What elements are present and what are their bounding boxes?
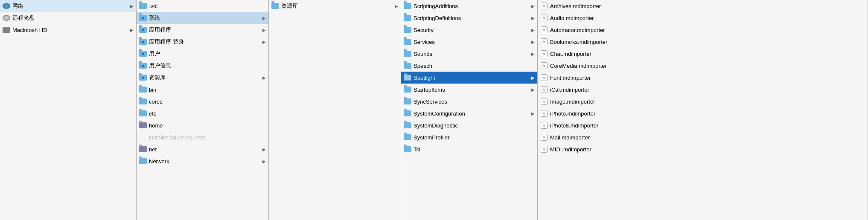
list-item-coremedia[interactable]: M CoreMedia.mdimporter xyxy=(538,60,868,72)
list-item-image[interactable]: M Image.mdimporter xyxy=(538,96,868,107)
image-label: Image.mdimporter xyxy=(550,98,865,105)
list-item-installer-fail: installer.failurerequests xyxy=(137,131,268,143)
folder-resources-lib-icon xyxy=(271,2,279,10)
list-item-chat[interactable]: M Chat.mdimporter xyxy=(538,48,868,60)
list-item-startup-items[interactable]: StartupItems ▶ xyxy=(401,84,537,96)
column-4-inner[interactable]: ScriptingAdditions ▶ ScriptingDefinition… xyxy=(401,0,537,220)
folder-system-profiler-icon xyxy=(404,133,411,141)
folder-speech-icon xyxy=(404,62,411,69)
sidebar-item-network[interactable]: 网络 ▶ xyxy=(0,0,136,12)
sidebar-item-macintosh-hd[interactable]: Macintosh HD ▶ xyxy=(0,24,136,36)
network-arrow: ▶ xyxy=(128,4,134,9)
list-item-mail[interactable]: M Mail.mdimporter xyxy=(538,131,868,143)
list-item-apps-alias[interactable]: 应用程序 替身 ▶ xyxy=(137,36,268,48)
list-item-scripting-additions[interactable]: ScriptingAdditions ▶ xyxy=(401,0,537,12)
network-icon xyxy=(3,2,10,10)
tcl-label: Tcl xyxy=(414,146,535,153)
sidebar-item-remote-disk[interactable]: 远程光盘 xyxy=(0,12,136,24)
bin-label: bin xyxy=(149,87,266,93)
vol-label: .vol xyxy=(149,3,266,9)
font-label: Font.mdimporter xyxy=(550,75,865,81)
services-label: Services xyxy=(414,39,530,45)
list-item-users[interactable]: 用户 xyxy=(137,48,268,60)
startup-items-label: StartupItems xyxy=(414,87,530,93)
list-item-security[interactable]: Security ▶ xyxy=(401,24,537,36)
column-2-inner[interactable]: .vol 系统 ▶ 应用程序 ▶ 应用程序 替身 xyxy=(137,0,268,220)
list-item-system-profiler[interactable]: SystemProfiler xyxy=(401,131,537,143)
apps-alias-arrow: ▶ xyxy=(261,40,266,44)
list-item-userinfo[interactable]: 用户信息 xyxy=(137,60,268,72)
folder-users-icon xyxy=(139,50,147,58)
apps-alias-label: 应用程序 替身 xyxy=(149,38,261,46)
list-item-apps[interactable]: 应用程序 ▶ xyxy=(137,24,268,36)
folder-spotlight-icon xyxy=(404,74,411,81)
column-2: .vol 系统 ▶ 应用程序 ▶ 应用程序 替身 xyxy=(137,0,269,220)
list-item-spotlight[interactable]: Spotlight ▶ xyxy=(401,72,537,84)
folder-scripting-additions-icon xyxy=(404,2,411,10)
sidebar-item-network-label: 网络 xyxy=(12,2,128,10)
list-item-services[interactable]: Services ▶ xyxy=(401,36,537,48)
macintosh-hd-arrow: ▶ xyxy=(128,28,134,32)
list-item-home[interactable]: home xyxy=(137,119,268,131)
etc-label: etc xyxy=(149,110,266,117)
list-item-resources[interactable]: 资源库 ▶ xyxy=(137,72,268,84)
list-item-bookmarks[interactable]: M Bookmarks.mdimporter xyxy=(538,36,868,48)
mail-label: Mail.mdimporter xyxy=(550,134,865,141)
network2-arrow: ▶ xyxy=(261,159,266,164)
column-3: 资源库 ▶ xyxy=(269,0,401,220)
list-item-cores[interactable]: cores xyxy=(137,96,268,107)
apps-label: 应用程序 xyxy=(149,26,261,34)
list-item-iphoto[interactable]: M iPhoto.mdimporter xyxy=(538,107,868,119)
automator-label: Automator.mdimporter xyxy=(550,27,865,33)
folder-system-icon xyxy=(139,14,147,22)
list-item-vol[interactable]: .vol xyxy=(137,0,268,12)
midi-label: MIDI.mdimporter xyxy=(550,146,865,153)
installer-fail-icon xyxy=(139,133,147,141)
list-item-automator[interactable]: M Automator.mdimporter xyxy=(538,24,868,36)
list-item-ical[interactable]: M iCal.mdimporter xyxy=(538,84,868,96)
list-item-resources-lib[interactable]: 资源库 ▶ xyxy=(269,0,401,12)
net-arrow: ▶ xyxy=(261,147,266,152)
list-item-network2[interactable]: Network ▶ xyxy=(137,155,268,167)
network2-label: Network xyxy=(149,158,261,165)
folder-sounds-icon xyxy=(404,50,411,58)
list-item-sync-services[interactable]: SyncServices xyxy=(401,96,537,107)
list-item-bin[interactable]: bin xyxy=(137,84,268,96)
folder-sync-services-icon xyxy=(404,98,411,105)
security-arrow: ▶ xyxy=(530,28,535,32)
list-item-system-diag[interactable]: SystemDiagnostic xyxy=(401,119,537,131)
column-1-inner[interactable]: 网络 ▶ 远程光盘 Macintosh HD ▶ xyxy=(0,0,136,220)
system-config-arrow: ▶ xyxy=(530,111,535,116)
folder-security-icon xyxy=(404,26,411,34)
list-item-tcl[interactable]: Tcl xyxy=(401,143,537,155)
folder-apps-alias-icon xyxy=(139,38,147,46)
scripting-definitions-arrow: ▶ xyxy=(530,16,535,20)
list-item-system[interactable]: 系统 ▶ xyxy=(137,12,268,24)
list-item-net[interactable]: net ▶ xyxy=(137,143,268,155)
list-item-speech[interactable]: Speech xyxy=(401,60,537,72)
list-item-scripting-definitions[interactable]: ScriptingDefinitions ▶ xyxy=(401,12,537,24)
cores-label: cores xyxy=(149,98,266,105)
list-item-archives[interactable]: M Archives.mdimporter xyxy=(538,0,868,12)
archives-mdimporter-icon: M xyxy=(540,2,548,10)
resources-lib-label: 资源库 xyxy=(281,2,393,10)
list-item-iphoto8[interactable]: M iPhoto8.mdimporter xyxy=(538,119,868,131)
installer-fail-label: installer.failurerequests xyxy=(149,134,266,141)
finder-window: 网络 ▶ 远程光盘 Macintosh HD ▶ xyxy=(0,0,868,220)
scripting-definitions-label: ScriptingDefinitions xyxy=(414,15,530,21)
list-item-system-config[interactable]: SystemConfiguration ▶ xyxy=(401,107,537,119)
list-item-audio[interactable]: M Audio.mdimporter xyxy=(538,12,868,24)
column-5-inner[interactable]: M Archives.mdimporter M Audio.mdimporter… xyxy=(538,0,868,220)
folder-startup-items-icon xyxy=(404,86,411,93)
remote-disk-icon xyxy=(3,14,10,22)
list-item-font[interactable]: M Font.mdimporter xyxy=(538,72,868,84)
column-5: M Archives.mdimporter M Audio.mdimporter… xyxy=(538,0,868,220)
folder-bin-icon xyxy=(139,86,147,93)
list-item-sounds[interactable]: Sounds ▶ xyxy=(401,48,537,60)
folder-system-diag-icon xyxy=(404,122,411,129)
list-item-midi[interactable]: M MIDI.mdimporter xyxy=(538,143,868,155)
column-3-inner[interactable]: 资源库 ▶ xyxy=(269,0,401,220)
list-item-etc[interactable]: etc xyxy=(137,107,268,119)
macintosh-hd-icon xyxy=(3,26,10,34)
bookmarks-mdimporter-icon: M xyxy=(540,38,548,46)
